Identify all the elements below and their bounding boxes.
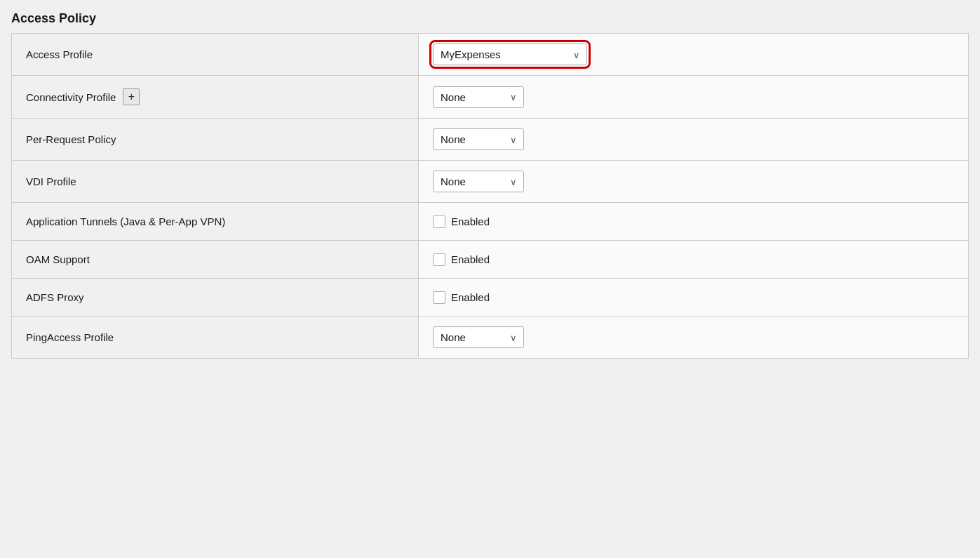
table-row-adfs-proxy: ADFS ProxyEnabled xyxy=(12,279,969,317)
label-oam-support: OAM Support xyxy=(12,241,419,279)
table-row-per-request-policy: Per-Request PolicyNone xyxy=(12,119,969,161)
dropdown-access-profile[interactable]: MyExpensesNone xyxy=(433,44,587,65)
label-pingaccess-profile: PingAccess Profile xyxy=(12,317,419,359)
table-row-connectivity-profile: Connectivity Profile+None xyxy=(12,76,969,119)
checkbox-oam-support[interactable] xyxy=(433,253,445,266)
checkbox-label-adfs-proxy: Enabled xyxy=(451,291,490,303)
label-vdi-profile: VDI Profile xyxy=(12,161,419,203)
table-row-vdi-profile: VDI ProfileNone xyxy=(12,161,969,203)
page-container: Access Policy Access ProfileMyExpensesNo… xyxy=(0,0,980,558)
label-adfs-proxy: ADFS Proxy xyxy=(12,279,419,317)
table-row-application-tunnels: Application Tunnels (Java & Per-App VPN)… xyxy=(12,203,969,241)
add-button-connectivity-profile[interactable]: + xyxy=(123,88,140,105)
label-access-profile: Access Profile xyxy=(12,34,419,76)
checkbox-adfs-proxy[interactable] xyxy=(433,291,445,304)
table-row-access-profile: Access ProfileMyExpensesNone xyxy=(12,34,969,76)
dropdown-vdi-profile[interactable]: None xyxy=(433,171,524,192)
dropdown-pingaccess-profile[interactable]: None xyxy=(433,326,524,348)
checkbox-application-tunnels[interactable] xyxy=(433,215,445,228)
table-row-pingaccess-profile: PingAccess ProfileNone xyxy=(12,317,969,359)
policy-table: Access ProfileMyExpensesNoneConnectivity… xyxy=(11,33,969,359)
checkbox-label-oam-support: Enabled xyxy=(451,253,490,265)
table-row-oam-support: OAM SupportEnabled xyxy=(12,241,969,279)
label-application-tunnels: Application Tunnels (Java & Per-App VPN) xyxy=(12,203,419,241)
label-connectivity-profile: Connectivity Profile xyxy=(26,91,116,103)
dropdown-per-request-policy[interactable]: None xyxy=(433,128,524,150)
dropdown-connectivity-profile[interactable]: None xyxy=(433,86,524,108)
checkbox-label-application-tunnels: Enabled xyxy=(451,215,490,227)
label-per-request-policy: Per-Request Policy xyxy=(12,119,419,161)
section-title: Access Policy xyxy=(11,11,969,26)
